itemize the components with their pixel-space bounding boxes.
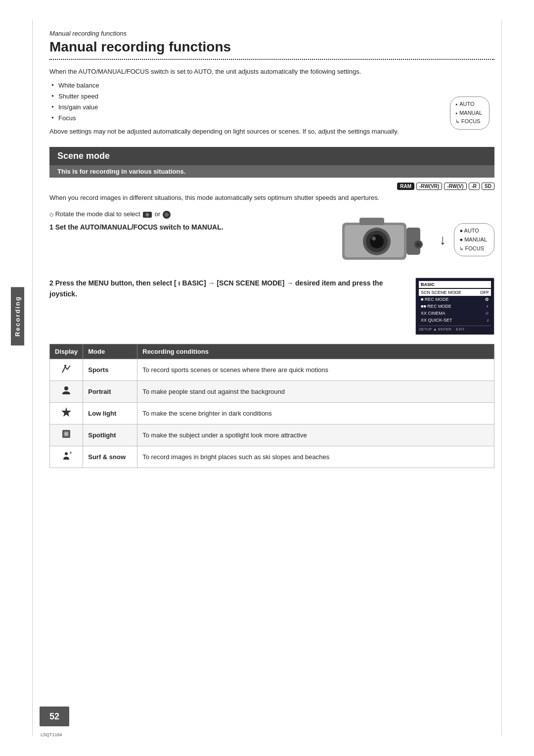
table-icon-portrait [50, 380, 83, 402]
svg-point-20 [64, 386, 68, 390]
table-row: Low light To make the scene brighter in … [50, 402, 494, 424]
spotlight-icon [60, 428, 72, 440]
lowlight-icon [60, 406, 72, 418]
scene-mode-subtitle: This is for recording in various situati… [49, 165, 494, 178]
portrait-icon [60, 384, 72, 396]
surf-snow-icon [60, 450, 72, 462]
svg-point-15 [416, 242, 420, 246]
rotate-text: Rotate the mode dial to select [55, 210, 142, 218]
above-settings-text: Above settings may not be adjusted autom… [49, 127, 494, 137]
step2-container: 2 Press the MENU button, then select [ ι… [49, 278, 494, 335]
down-arrow-icon: ↓ [439, 232, 446, 248]
svg-point-9 [370, 235, 384, 248]
step1-instruction: 1 Set the AUTO/MANUAL/FOCUS switch to MA… [49, 222, 322, 233]
table-condition-lowlight: To make the scene brighter in dark condi… [137, 402, 494, 424]
table-condition-spotlight: To make the subject under a spotlight lo… [137, 424, 494, 446]
table-icon-sports [50, 359, 83, 380]
menu-row-rec-mode: ■ REC MODE ✿ [419, 296, 491, 303]
auto-manual-indicator-step1: ● AUTO ● MANUAL ↳ FOCUS [454, 223, 494, 256]
camera-illustration [332, 210, 431, 270]
step1-text-content: Set the AUTO/MANUAL/FOCUS switch to MANU… [55, 223, 223, 231]
intro-bullet-list: White balance Shutter speed Iris/gain va… [58, 80, 494, 124]
menu-row-value-cinema: ☆ [485, 311, 489, 316]
scene-mode-description: When you record images in different situ… [49, 193, 494, 203]
step1-content: ◇ Rotate the mode dial to select or 1 Se… [49, 210, 322, 239]
menu-row-value-quickset: ♪ [487, 318, 490, 323]
table-header-conditions: Recording conditions [137, 344, 494, 359]
svg-rect-11 [359, 218, 384, 225]
table-row: Spotlight To make the subject under a sp… [50, 424, 494, 446]
step2-instruction: 2 Press the MENU button, then select [ ι… [49, 278, 405, 300]
or-text: or [155, 210, 162, 218]
table-row: Surf & snow To record images in bright p… [50, 446, 494, 468]
menu-row-label-quickset: XX QUICK-SET [421, 318, 452, 323]
page-number: 52 [40, 707, 69, 726]
svg-line-18 [67, 366, 70, 370]
table-condition-sports: To record sports scenes or scenes where … [137, 359, 494, 380]
focus-label2: FOCUS [465, 245, 485, 251]
badge-rwv: -RW(V) [444, 183, 466, 190]
step1-illustration: ↓ ● AUTO ● MANUAL ↳ FOCUS [332, 210, 494, 270]
step1-number: 1 [49, 223, 55, 231]
menu-row-value-rec: ✿ [485, 297, 489, 302]
svg-point-2 [146, 214, 148, 216]
menu-footer: SETUP ▲ ENTER EXIT [419, 326, 491, 331]
svg-point-10 [372, 236, 376, 240]
dot-separator [49, 59, 494, 60]
focus-arrow2: ↳ [459, 246, 463, 251]
page: Recording Manual recording functions Man… [0, 0, 534, 756]
main-title: Manual recording functions [49, 39, 494, 55]
page-number-sub: LSQT1184 [41, 732, 62, 737]
svg-marker-21 [61, 407, 71, 417]
badge-ram: RAM [397, 183, 414, 190]
section-header-italic: Manual recording functions [49, 30, 494, 37]
manual-dot2: ● [459, 236, 463, 242]
menu-row-scene-mode: SCN SCENE MODE OFF [419, 289, 491, 296]
mode-icon-1 [142, 210, 153, 219]
menu-screenshot: BASIC SCN SCENE MODE OFF ■ REC MODE ✿ ■■… [415, 278, 494, 335]
table-header-mode: Mode [83, 344, 137, 359]
left-border [32, 20, 33, 736]
svg-rect-24 [65, 432, 68, 435]
auto-label2: AUTO [464, 228, 479, 234]
step1-row: ◇ Rotate the mode dial to select or 1 Se… [49, 210, 494, 270]
media-badges: RAM -RW(VR) -RW(V) -R SD [49, 183, 494, 190]
sidebar-recording-label: Recording [11, 287, 24, 345]
table-condition-surf-snow: To record images in bright places such a… [137, 446, 494, 468]
menu-row-label-rec2: ■■ REC MODE [421, 304, 451, 309]
table-icon-surf-snow [50, 446, 83, 468]
table-mode-portrait: Portrait [83, 380, 137, 402]
table-mode-sports: Sports [83, 359, 137, 380]
svg-line-17 [65, 367, 67, 370]
scene-mode-title: Scene mode [49, 147, 494, 165]
menu-row-cinema: XX CINEMA ☆ [419, 310, 491, 317]
badge-rwvr: -RW(VR) [416, 183, 442, 190]
menu-row-label-scene: SCN SCENE MODE [421, 290, 461, 295]
bullet-iris-gain: Iris/gain value [58, 102, 494, 113]
menu-row-value-scene: OFF [480, 290, 489, 295]
table-icon-lowlight [50, 402, 83, 424]
mode-icon-2 [162, 210, 171, 219]
intro-text: When the AUTO/MANUAL/FOCUS switch is set… [49, 67, 494, 77]
sports-icon [60, 363, 72, 375]
svg-point-19 [64, 365, 66, 367]
bullet-white-balance: White balance [58, 80, 494, 91]
menu-row-label-cinema: XX CINEMA [421, 311, 445, 316]
manual-label2: MANUAL [464, 236, 487, 242]
badge-r: -R [469, 183, 480, 190]
menu-row-label-rec: ■ REC MODE [421, 297, 448, 302]
menu-row-rec2: ■■ REC MODE ♀ [419, 303, 491, 310]
diamond-icon: ◇ [49, 211, 53, 217]
table-mode-lowlight: Low light [83, 402, 137, 424]
auto-dot2: ● [459, 228, 463, 234]
svg-point-25 [65, 452, 68, 455]
step2-text-content: Press the MENU button, then select [ ι B… [49, 279, 383, 298]
table-icon-spotlight [50, 424, 83, 446]
bullet-shutter-speed: Shutter speed [58, 91, 494, 102]
table-condition-portrait: To make people stand out against the bac… [137, 380, 494, 402]
table-mode-surf-snow: Surf & snow [83, 446, 137, 468]
menu-header: BASIC [419, 281, 491, 288]
svg-point-4 [165, 213, 169, 217]
table-row: Sports To record sports scenes or scenes… [50, 359, 494, 380]
step2-number: 2 [49, 279, 55, 287]
